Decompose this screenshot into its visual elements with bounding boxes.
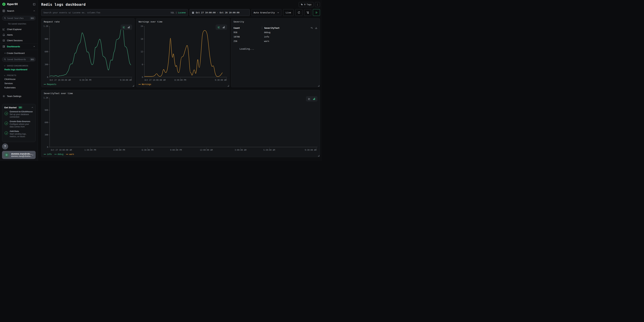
sidebar-item-client-sessions[interactable]: Client Sessions <box>0 38 38 43</box>
table-header: CountSeverityText <box>234 27 318 29</box>
presets-header[interactable]: PRESETS <box>0 73 38 77</box>
step-title[interactable]: Add Data <box>10 130 34 132</box>
refresh-icon <box>298 11 300 14</box>
panel-resize-handle[interactable] <box>318 85 319 86</box>
live-button[interactable]: Live <box>283 9 294 16</box>
saved-dashboard-link[interactable]: Redis logs dashboard <box>0 68 38 72</box>
sidebar-item-team-settings[interactable]: Team Settings <box>0 94 38 99</box>
saved-dashboards-placeholder: Saved Dashboards <box>7 58 30 61</box>
sidebar-bottom: Get Started 3/3 Connect to ClickHouseSet… <box>0 104 38 161</box>
x-tick-mark <box>316 148 316 149</box>
saved-dashboards-header[interactable]: SAVED DASHBOARDS <box>0 63 38 68</box>
refresh-button[interactable] <box>295 9 302 16</box>
panel-severity-table: SeverityCountSeverityText958debug18786in… <box>231 18 320 87</box>
play-icon <box>315 11 318 14</box>
download-icon[interactable] <box>315 27 318 29</box>
sidebar-item-dashboards[interactable]: Dashboards <box>0 43 38 50</box>
chevron-right-icon <box>32 154 34 156</box>
swap-rows-icon[interactable] <box>310 27 313 29</box>
chevron-down-icon <box>4 74 6 76</box>
y-axis-labels: 24181260 <box>138 26 144 77</box>
event-search-input[interactable]: Search your events w/ Lucene ex. column:… <box>41 9 188 16</box>
filter-button[interactable] <box>304 9 311 16</box>
table-row[interactable]: 256warn <box>234 40 318 42</box>
step-description: Set up your database connection <box>10 113 34 118</box>
line-chart-icon <box>218 26 220 28</box>
preset-link-kubernetes[interactable]: Kubernetes <box>0 86 38 90</box>
chart-legend: infodebugwarn <box>44 153 74 156</box>
chart-type-toggle[interactable] <box>216 24 227 30</box>
sidebar-item-label: Alerts <box>7 34 13 36</box>
chart-type-toggle[interactable] <box>306 96 318 102</box>
time-range-picker[interactable]: Oct 27 10:00:00 - Oct 28 10:00:00 <box>190 9 250 16</box>
preset-link-clickhouse[interactable]: ClickHouse <box>0 77 38 81</box>
dashboards-icon <box>2 45 5 48</box>
panel-resize-handle[interactable] <box>318 155 319 156</box>
gear-icon <box>2 95 5 98</box>
x-tick-mark <box>206 148 206 149</box>
panel-resize-handle[interactable] <box>132 85 134 86</box>
more-options-button[interactable]: ⋮ <box>315 2 320 7</box>
sidebar-item-alerts[interactable]: Alerts <box>0 32 38 38</box>
legend-label: debug <box>58 153 64 156</box>
sidebar-nav: Chart ExplorerAlertsClient Sessions <box>0 26 38 43</box>
step-title[interactable]: Connect to ClickHouse <box>10 110 34 113</box>
filter-edit-icon <box>306 11 309 14</box>
y-tick-label: 0 <box>142 76 143 78</box>
panel-resize-handle[interactable] <box>228 85 229 86</box>
loading-indicator: Loading... <box>240 48 318 50</box>
chart-line-icon <box>2 28 5 31</box>
cell-count: 18786 <box>234 36 262 38</box>
event-search-placeholder: Search your events w/ Lucene ex. column:… <box>44 11 171 14</box>
get-started-step: Connect to ClickHouseSet up your databas… <box>4 110 34 118</box>
chart-legend: Warnings <box>138 83 151 86</box>
sidebar: HyperDX Search Saved Searches ⌘K No save… <box>0 0 38 161</box>
x-tick-mark <box>176 148 176 149</box>
check-circle-icon <box>4 112 8 115</box>
plot-area <box>144 26 227 77</box>
legend-item[interactable]: debug <box>54 153 64 156</box>
step-title[interactable]: Create Data Sources <box>10 120 34 123</box>
legend-swatch <box>66 154 68 154</box>
column-header-count[interactable]: Count <box>234 27 262 29</box>
table-row[interactable]: 18786info <box>234 36 318 38</box>
y-tick-label: 12 <box>141 50 143 53</box>
sidebar-item-chart-explorer[interactable]: Chart Explorer <box>0 26 38 32</box>
create-dashboard-button[interactable]: +Create Dashboard <box>0 51 38 56</box>
table-row[interactable]: 958debug <box>234 31 318 34</box>
saved-searches-input[interactable]: Saved Searches ⌘K <box>2 16 36 20</box>
cell-count: 256 <box>234 40 262 42</box>
sidebar-collapse-icon[interactable] <box>33 3 36 6</box>
chevron-down-icon <box>4 65 6 67</box>
saved-dashboards-input[interactable]: Saved Dashboards ⌘K <box>2 57 36 62</box>
legend-item[interactable]: warn <box>66 153 74 156</box>
legend-item[interactable]: Requests <box>44 83 56 86</box>
y-tick-label: 300 <box>44 134 48 136</box>
column-resize-handle[interactable] <box>262 27 262 29</box>
y-tick-label: 18 <box>141 38 143 40</box>
search-icon <box>4 58 6 60</box>
legend-label: Requests <box>47 83 56 86</box>
x-tick-label: 5:30:00 AM <box>264 149 275 151</box>
granularity-select[interactable]: Auto Granularity <box>252 9 282 16</box>
column-header-severitytext[interactable]: SeverityText <box>264 27 310 29</box>
query-controls: Search your events w/ Lucene ex. column:… <box>41 9 320 16</box>
x-axis-labels: Oct 27 10:00:00 AM8:30:00 PM9:30:00 AM <box>144 79 227 82</box>
legend-item[interactable]: info <box>44 153 52 156</box>
preset-link-services[interactable]: Services <box>0 81 38 86</box>
x-tick-mark <box>240 148 241 149</box>
tags-button[interactable]: 0 Tags <box>299 2 314 7</box>
help-button[interactable]: ? <box>2 144 8 150</box>
user-name: dominic.tran@clic... <box>11 152 32 155</box>
sidebar-item-search[interactable]: Search <box>0 8 38 14</box>
get-started-header[interactable]: Get Started 3/3 <box>4 106 34 109</box>
user-menu[interactable]: D dominic.tran@clic... dominic.tran@clic… <box>2 151 36 159</box>
lucene-toggle[interactable]: Lucene <box>178 11 186 14</box>
chart-type-toggle[interactable] <box>120 24 132 30</box>
chart-area: 1.2K9006003000 <box>44 26 132 77</box>
step-text: Add DataStart sending logs, metrics, or … <box>10 130 34 138</box>
run-query-button[interactable] <box>313 9 320 16</box>
legend-item[interactable]: Warnings <box>138 83 151 86</box>
panel-severitytext-over-time: SeverityText over time1.2K9006003000Oct … <box>41 90 320 157</box>
sql-toggle[interactable]: SQL <box>171 11 174 14</box>
